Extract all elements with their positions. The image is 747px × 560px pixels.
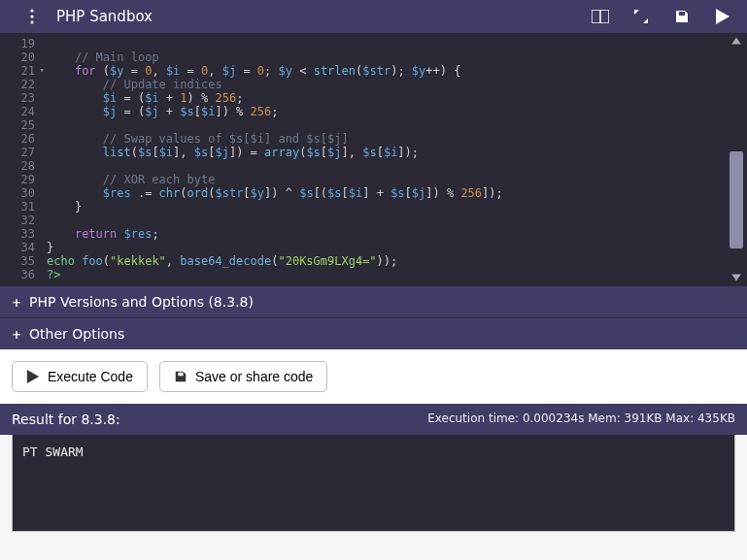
expand-plus-icon — [12, 326, 29, 342]
top-bar: PHP Sandbox — [0, 0, 747, 33]
scroll-up-icon[interactable] — [730, 35, 742, 47]
save-icon[interactable] — [665, 0, 698, 33]
execute-button[interactable]: Execute Code — [12, 361, 148, 392]
result-title: Result for 8.3.8: — [12, 412, 120, 427]
svg-point-2 — [30, 20, 33, 23]
result-header: Result for 8.3.8: Execution time: 0.0002… — [0, 404, 747, 435]
panel-other-options-label: Other Options — [29, 326, 124, 342]
app-title: PHP Sandbox — [56, 8, 576, 25]
run-icon[interactable] — [706, 0, 739, 33]
execute-button-label: Execute Code — [48, 369, 133, 384]
code-area[interactable]: // Main loop for ($y = 0, $i = 0, $j = 0… — [41, 33, 747, 285]
code-editor[interactable]: 192021222324252627282930313233343536 // … — [0, 33, 747, 285]
save-icon — [174, 370, 187, 383]
svg-point-0 — [30, 9, 33, 12]
panels-icon[interactable] — [584, 0, 617, 33]
save-share-button[interactable]: Save or share code — [159, 361, 327, 392]
result-stats: Execution time: 0.000234s Mem: 391KB Max… — [427, 412, 735, 427]
expand-icon[interactable] — [625, 0, 658, 33]
scroll-down-icon[interactable] — [730, 272, 742, 283]
action-buttons: Execute Code Save or share code — [0, 349, 747, 404]
panel-other-options[interactable]: Other Options — [0, 317, 747, 349]
panel-php-versions[interactable]: PHP Versions and Options (8.3.8) — [0, 285, 747, 317]
scroll-thumb[interactable] — [730, 151, 743, 248]
save-share-button-label: Save or share code — [195, 369, 313, 384]
editor-scrollbar[interactable] — [730, 37, 743, 281]
line-gutter: 192021222324252627282930313233343536 — [0, 33, 41, 285]
svg-point-1 — [30, 15, 33, 17]
menu-icon[interactable] — [16, 0, 49, 33]
result-output: PT SWARM — [12, 435, 735, 532]
expand-plus-icon — [12, 294, 29, 310]
play-icon — [26, 370, 40, 383]
panel-php-versions-label: PHP Versions and Options (8.3.8) — [29, 294, 254, 310]
